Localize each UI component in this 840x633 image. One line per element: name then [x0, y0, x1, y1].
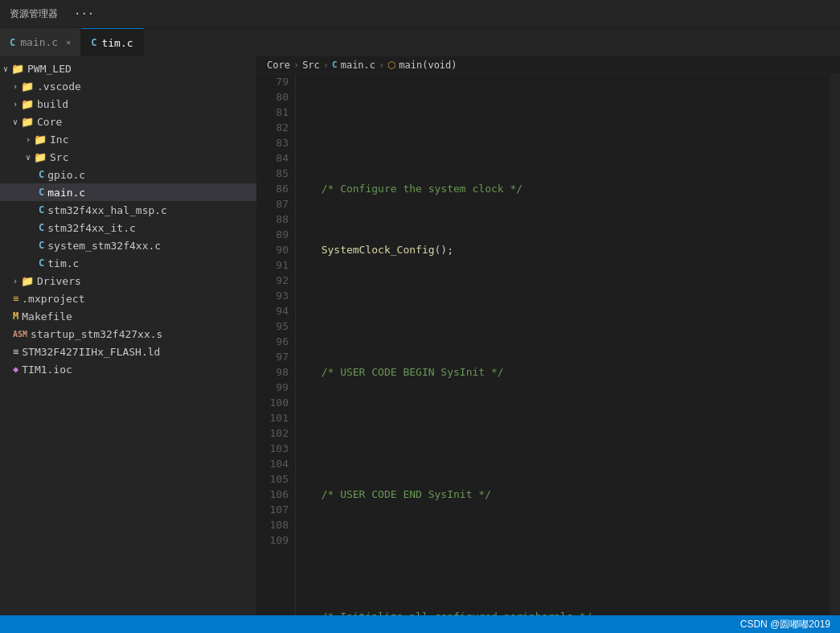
tab-main-c[interactable]: C main.c ✕ — [0, 28, 81, 56]
line-numbers: 79 80 81 82 83 84 85 86 87 88 89 90 91 9… — [257, 74, 296, 615]
code-content: /* Configure the system clock */ SystemC… — [296, 74, 830, 615]
sidebar-item-inc[interactable]: › 📁 Inc — [0, 130, 256, 148]
sidebar-item-src[interactable]: ∨ 📁 Src — [0, 148, 256, 166]
code-view[interactable]: 79 80 81 82 83 84 85 86 87 88 89 90 91 9… — [257, 74, 840, 615]
c-icon-gpio: C — [39, 169, 44, 180]
title-dots[interactable]: ··· — [68, 7, 100, 20]
code-line-84 — [309, 425, 830, 441]
tab-tim-c[interactable]: C tim.c — [81, 28, 143, 56]
c-file-icon: C — [10, 37, 15, 48]
breadcrumb-item-func: main(void) — [399, 60, 457, 71]
sidebar-item-core[interactable]: ∨ 📁 Core — [0, 113, 256, 130]
sidebar-item-drivers[interactable]: › 📁 Drivers — [0, 272, 256, 290]
sidebar-item-makefile[interactable]: M Makefile — [0, 307, 256, 325]
breadcrumb-sep-2: › — [323, 60, 329, 71]
func-icon: ⬡ — [387, 60, 395, 71]
main-layout: ∨ 📁 PWM_LED › 📁 .vscode › 📁 build ∨ 📁 Co… — [0, 56, 840, 615]
sidebar-item-ioc[interactable]: ◆ TIM1.ioc — [0, 360, 256, 378]
breadcrumb-sep-3: › — [379, 60, 384, 71]
tab-tim-c-label: tim.c — [101, 37, 133, 49]
ioc-icon: ◆ — [13, 364, 18, 375]
c-icon-tim: C — [39, 257, 44, 269]
editor-area: Core › Src › C main.c › ⬡ main(void) 79 … — [257, 56, 840, 615]
sidebar-item-main[interactable]: C main.c — [0, 183, 256, 201]
sidebar: ∨ 📁 PWM_LED › 📁 .vscode › 📁 build ∨ 📁 Co… — [0, 56, 257, 615]
sidebar-item-label: TIM1.ioc — [22, 364, 72, 376]
tab-main-c-label: main.c — [20, 36, 58, 48]
sidebar-item-stm-msp[interactable]: C stm32f4xx_hal_msp.c — [0, 201, 256, 219]
sidebar-item-startup[interactable]: ASM startup_stm32f427xx.s — [0, 325, 256, 343]
folder-icon-src: 📁 — [34, 151, 47, 163]
c-icon-msp: C — [39, 204, 44, 216]
scrollbar[interactable] — [830, 74, 840, 615]
sidebar-item-label: main.c — [47, 187, 85, 199]
sidebar-item-label: gpio.c — [47, 169, 85, 181]
sidebar-item-label: Core — [37, 116, 62, 128]
chevron-right-icon-drivers: › — [13, 277, 18, 286]
sidebar-item-label: PWM_LED — [27, 63, 72, 75]
chevron-down-icon: ∨ — [3, 64, 8, 73]
breadcrumb-item-core: Core — [267, 60, 290, 71]
status-bar: CSDN @圆嘟嘟2019 — [0, 615, 840, 633]
folder-icon-pwm: 📁 — [11, 63, 24, 75]
code-line-79 — [309, 120, 830, 135]
code-line-86 — [309, 548, 830, 563]
folder-icon-inc: 📁 — [34, 134, 47, 146]
sidebar-item-label: .vscode — [37, 80, 81, 92]
sidebar-item-mxproject[interactable]: ≡ .mxproject — [0, 290, 256, 307]
code-line-83: /* USER CODE BEGIN SysInit */ — [309, 364, 830, 380]
sidebar-item-system[interactable]: C system_stm32f4xx.c — [0, 236, 256, 254]
title-bar: 资源管理器 ··· — [0, 0, 840, 28]
breadcrumb-sep-1: › — [293, 60, 299, 71]
breadcrumb-item-file: main.c — [341, 60, 375, 71]
chevron-right-icon-inc: › — [26, 135, 31, 144]
folder-icon-core: 📁 — [21, 116, 34, 128]
chevron-right-icon-build: › — [13, 100, 18, 109]
code-line-82 — [309, 303, 830, 319]
makefile-icon: M — [13, 310, 18, 322]
chevron-right-icon: › — [13, 82, 18, 91]
sidebar-item-label: Src — [50, 151, 68, 163]
sidebar-item-label: Drivers — [37, 275, 81, 287]
c-file-icon-tim: C — [91, 37, 96, 48]
sidebar-item-gpio[interactable]: C gpio.c — [0, 166, 256, 183]
sidebar-item-label: tim.c — [47, 257, 79, 269]
c-icon-system: C — [39, 240, 44, 251]
folder-icon-vscode: 📁 — [21, 80, 34, 92]
sidebar-item-label: system_stm32f4xx.c — [47, 240, 161, 252]
breadcrumb: Core › Src › C main.c › ⬡ main(void) — [257, 56, 840, 74]
sidebar-item-label: stm32f4xx_hal_msp.c — [47, 204, 167, 216]
sidebar-item-label: Makefile — [22, 310, 72, 323]
c-icon-breadcrumb: C — [332, 60, 338, 70]
sidebar-item-flash-ld[interactable]: ≡ STM32F427IIHx_FLASH.ld — [0, 343, 256, 360]
code-line-80: /* Configure the system clock */ — [309, 181, 830, 196]
tabs-bar: C main.c ✕ C tim.c — [0, 28, 840, 56]
asm-icon: ASM — [13, 330, 27, 339]
status-bar-text: CSDN @圆嘟嘟2019 — [740, 618, 830, 631]
title-bar-label: 资源管理器 — [0, 7, 68, 21]
ld-icon: ≡ — [13, 346, 18, 357]
sidebar-item-label: STM32F427IIHx_FLASH.ld — [22, 346, 160, 358]
sidebar-item-stm-it[interactable]: C stm32f4xx_it.c — [0, 219, 256, 236]
folder-icon-build: 📁 — [21, 98, 34, 110]
sidebar-item-tim[interactable]: C tim.c — [0, 254, 256, 272]
chevron-down-icon-core: ∨ — [13, 117, 18, 126]
tab-main-c-close[interactable]: ✕ — [66, 38, 71, 47]
sidebar-item-label: stm32f4xx_it.c — [47, 222, 136, 234]
code-line-81: SystemClock_Config(); — [309, 242, 830, 257]
code-line-87: /* Initialize all configured peripherals… — [309, 609, 830, 615]
sidebar-item-label: .mxproject — [22, 293, 84, 305]
c-icon-it: C — [39, 222, 44, 233]
breadcrumb-item-src: Src — [302, 60, 320, 71]
sidebar-item-label: build — [37, 98, 68, 110]
sidebar-item-label: Inc — [50, 134, 68, 146]
folder-icon-drivers: 📁 — [21, 275, 34, 287]
sidebar-item-vscode[interactable]: › 📁 .vscode — [0, 77, 256, 95]
sidebar-item-label: startup_stm32f427xx.s — [31, 328, 162, 340]
sidebar-item-pwm-led[interactable]: ∨ 📁 PWM_LED — [0, 60, 256, 77]
chevron-down-icon-src: ∨ — [26, 153, 31, 162]
c-icon-main: C — [39, 187, 44, 198]
code-line-85: /* USER CODE END SysInit */ — [309, 487, 830, 502]
sidebar-item-build[interactable]: › 📁 build — [0, 95, 256, 113]
mxproject-icon: ≡ — [13, 293, 18, 304]
